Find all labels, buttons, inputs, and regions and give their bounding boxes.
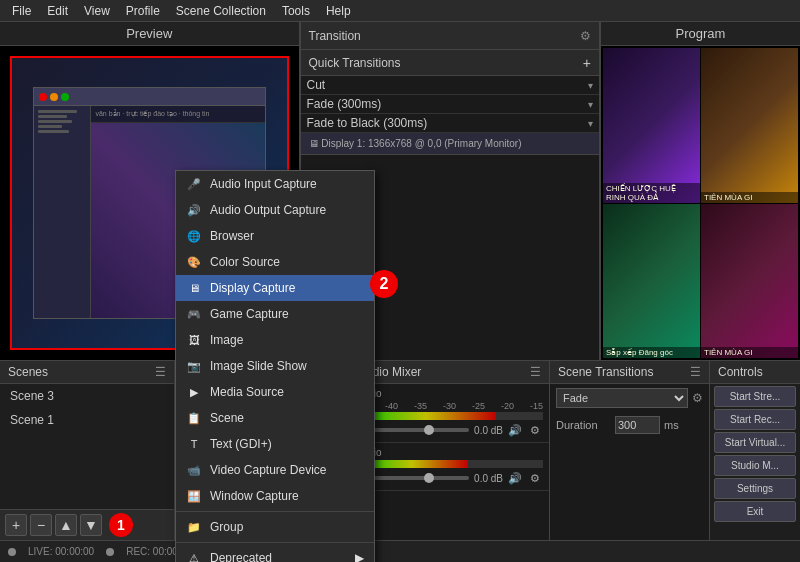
fade-label: Fade (300ms) xyxy=(307,97,585,111)
exit-btn[interactable]: Exit xyxy=(714,501,796,522)
ctx-scene[interactable]: 📋 Scene xyxy=(176,405,374,431)
program-title: Program xyxy=(601,22,800,46)
scenes-options-icon[interactable]: ☰ xyxy=(155,365,166,379)
audio-track-1: Audio -45-40-35-30-25-20-15 0.0 dB 🔊 ⚙ xyxy=(350,384,549,443)
ctx-display-capture-label: Display Capture xyxy=(210,281,295,295)
badge-2: 2 xyxy=(370,270,398,298)
start-virtual-cam-btn[interactable]: Start Virtual... xyxy=(714,432,796,453)
preview-text-content: văn bản · trực tiếp đào tạo · thông tin xyxy=(91,106,264,123)
quick-transitions-add-btn[interactable]: + xyxy=(583,55,591,71)
badge-1: 1 xyxy=(109,513,133,537)
fade-row: Fade (300ms) ▾ xyxy=(301,95,600,114)
scenes-header: Scenes ☰ xyxy=(0,361,174,384)
image-icon: 🖼 xyxy=(186,332,202,348)
menu-tools[interactable]: Tools xyxy=(274,2,318,20)
audio-mute-btn-1[interactable]: 🔊 xyxy=(507,422,523,438)
ctx-deprecated[interactable]: ⚠ Deprecated ▶ xyxy=(176,545,374,562)
volume-thumb-2 xyxy=(424,473,434,483)
display-capture-icon: 🖥 xyxy=(186,280,202,296)
ctx-image-slideshow-label: Image Slide Show xyxy=(210,359,307,373)
video-capture-icon: 📹 xyxy=(186,462,202,478)
controls-panel: Controls Start Stre... Start Rec... Star… xyxy=(710,361,800,540)
ctx-game-capture[interactable]: 🎮 Game Capture xyxy=(176,301,374,327)
ctx-image-slideshow[interactable]: 📷 Image Slide Show xyxy=(176,353,374,379)
ctx-display-capture[interactable]: 🖥 Display Capture xyxy=(176,275,374,301)
audio-mute-btn-2[interactable]: 🔊 xyxy=(507,470,523,486)
scene-transitions-options-icon[interactable]: ☰ xyxy=(690,365,701,379)
scene-item-3[interactable]: Scene 3 xyxy=(0,384,174,408)
program-thumb-1: CHIẾN LƯỢC HUỆ RINH QUÀ ĐẢ xyxy=(603,48,700,203)
scenes-remove-btn[interactable]: − xyxy=(30,514,52,536)
menubar: File Edit View Profile Scene Collection … xyxy=(0,0,800,22)
audio-level-fill-1 xyxy=(356,412,496,420)
duration-input[interactable] xyxy=(615,416,660,434)
ctx-text-gdi-label: Text (GDI+) xyxy=(210,437,272,451)
ctx-video-capture-label: Video Capture Device xyxy=(210,463,327,477)
fade-black-row: Fade to Black (300ms) ▾ xyxy=(301,114,600,133)
start-streaming-btn[interactable]: Start Stre... xyxy=(714,386,796,407)
preview-toolbar-mini xyxy=(34,88,265,106)
controls-header: Controls xyxy=(710,361,800,384)
quick-transitions-row: Quick Transitions + xyxy=(301,50,600,76)
menu-help[interactable]: Help xyxy=(318,2,359,20)
ctx-video-capture[interactable]: 📹 Video Capture Device xyxy=(176,457,374,483)
dot-orange xyxy=(50,93,58,101)
ctx-media-source[interactable]: ▶ Media Source xyxy=(176,379,374,405)
ctx-audio-input[interactable]: 🎤 Audio Input Capture xyxy=(176,171,374,197)
ctx-separator-2 xyxy=(176,542,374,543)
cut-dropdown-icon[interactable]: ▾ xyxy=(588,80,593,91)
menu-view[interactable]: View xyxy=(76,2,118,20)
scenes-title: Scenes xyxy=(8,365,48,379)
menu-scene-collection[interactable]: Scene Collection xyxy=(168,2,274,20)
menu-profile[interactable]: Profile xyxy=(118,2,168,20)
audio-settings-btn-1[interactable]: ⚙ xyxy=(527,422,543,438)
scenes-add-btn[interactable]: + xyxy=(5,514,27,536)
start-recording-btn[interactable]: Start Rec... xyxy=(714,409,796,430)
ctx-deprecated-label: Deprecated xyxy=(210,551,272,562)
menu-file[interactable]: File xyxy=(4,2,39,20)
scene-transitions-title: Scene Transitions xyxy=(558,365,653,379)
scenes-up-btn[interactable]: ▲ xyxy=(55,514,77,536)
fade-black-dropdown-icon[interactable]: ▾ xyxy=(588,118,593,129)
ctx-color-source-label: Color Source xyxy=(210,255,280,269)
audio-settings-btn-2[interactable]: ⚙ xyxy=(527,470,543,486)
ctx-game-capture-label: Game Capture xyxy=(210,307,289,321)
fade-dropdown-icon[interactable]: ▾ xyxy=(588,99,593,110)
line3 xyxy=(38,120,72,123)
scene-item-1[interactable]: Scene 1 xyxy=(0,408,174,432)
ctx-text-gdi[interactable]: T Text (GDI+) xyxy=(176,431,374,457)
ctx-media-source-label: Media Source xyxy=(210,385,284,399)
audio-track-2: Audio 0.0 dB 🔊 ⚙ xyxy=(350,443,549,491)
ctx-color-source[interactable]: 🎨 Color Source xyxy=(176,249,374,275)
audio-mixer-options-icon[interactable]: ☰ xyxy=(530,365,541,379)
source-info-bar: 🖥 Display 1: 1366x768 @ 0,0 (Primary Mon… xyxy=(301,133,600,155)
transition-settings-icon[interactable]: ⚙ xyxy=(692,391,703,405)
thumb-overlay-2: TIÊN MÙA GI xyxy=(701,192,798,203)
line4 xyxy=(38,125,62,128)
image-slideshow-icon: 📷 xyxy=(186,358,202,374)
line5 xyxy=(38,130,70,133)
ctx-group-label: Group xyxy=(210,520,243,534)
ctx-browser[interactable]: 🌐 Browser xyxy=(176,223,374,249)
audio-label-1: Audio xyxy=(356,388,543,399)
ctx-image-label: Image xyxy=(210,333,243,347)
line2 xyxy=(38,115,67,118)
program-canvas: CHIẾN LƯỢC HUỆ RINH QUÀ ĐẢ TIÊN MÙA GI S… xyxy=(601,46,800,360)
program-thumb-3: Sắp xếp Đăng góc xyxy=(603,204,700,359)
ctx-audio-output[interactable]: 🔊 Audio Output Capture xyxy=(176,197,374,223)
duration-label: Duration xyxy=(556,419,611,431)
controls-body: Start Stre... Start Rec... Start Virtual… xyxy=(710,384,800,540)
ctx-image[interactable]: 🖼 Image xyxy=(176,327,374,353)
ctx-window-capture[interactable]: 🪟 Window Capture xyxy=(176,483,374,509)
scenes-down-btn[interactable]: ▼ xyxy=(80,514,102,536)
window-capture-icon: 🪟 xyxy=(186,488,202,504)
transition-gear-icon[interactable]: ⚙ xyxy=(580,29,591,43)
transition-type-select[interactable]: Fade xyxy=(556,388,688,408)
menu-edit[interactable]: Edit xyxy=(39,2,76,20)
ctx-browser-label: Browser xyxy=(210,229,254,243)
audio-scale: -45-40-35-30-25-20-15 xyxy=(356,401,543,411)
ctx-group[interactable]: 📁 Group xyxy=(176,514,374,540)
db-label-2: 0.0 dB xyxy=(473,473,503,484)
settings-btn[interactable]: Settings xyxy=(714,478,796,499)
studio-mode-btn[interactable]: Studio M... xyxy=(714,455,796,476)
